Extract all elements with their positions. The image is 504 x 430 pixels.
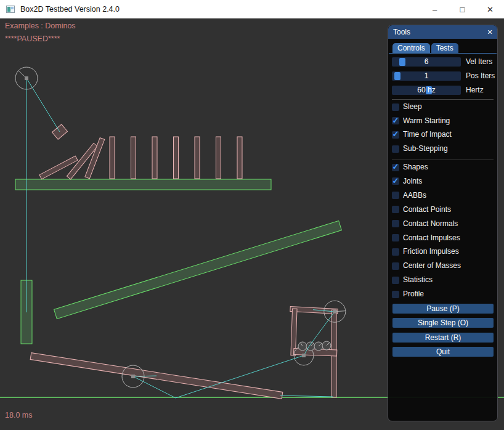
slider-value: 60 hz [392,86,461,95]
dynamic-box[interactable] [237,137,242,179]
unchecked-box[interactable] [392,206,399,213]
unchecked-box[interactable] [392,192,399,199]
button-single-step-o[interactable]: Single Step (O) [392,318,494,328]
panel-titlebar[interactable]: Tools ✕ [388,25,497,39]
joint-anchor [333,310,336,314]
checkbox-profile[interactable]: Profile [392,290,424,298]
slider-track[interactable]: 60 hz [392,86,461,95]
dynamic-box[interactable] [174,137,179,179]
frame-time-label: 18.0 ms [5,411,32,420]
slider-label: Pos Iters [466,71,495,81]
maximize-button[interactable]: □ [449,0,476,18]
checkbox-label: Time of Impact [403,131,452,139]
static-box[interactable] [15,179,271,190]
unchecked-box[interactable] [392,248,399,256]
checkbox-label: Contact Impulses [403,234,460,242]
checkbox-time-of-impact[interactable]: ✓Time of Impact [392,131,452,139]
tools-panel: Tools ✕ ControlsTests 6Vel Iters1Pos Ite… [388,25,498,421]
unchecked-box[interactable] [392,234,399,241]
dynamic-box[interactable] [216,137,221,179]
checkbox-label: Contact Points [403,206,451,214]
check-icon: ✓ [392,163,399,171]
checkbox-statistics[interactable]: Statistics [392,276,433,284]
dynamic-box[interactable] [110,137,115,179]
check-icon: ✓ [392,131,399,138]
checkbox-label: Warm Starting [403,117,450,125]
checkbox-label: Sub-Stepping [403,145,448,153]
panel-title: Tools [393,28,410,36]
dynamic-box[interactable] [131,137,136,179]
checkbox-contact-normals[interactable]: Contact Normals [392,220,458,228]
window-controls: –□✕ [421,0,504,18]
checkbox-label: Joints [403,177,422,185]
button-quit[interactable]: Quit [392,347,494,357]
joint-anchor [302,354,306,357]
window-titlebar: Box2D Testbed Version 2.4.0 –□✕ [0,0,504,18]
window-title: Box2D Testbed Version 2.4.0 [20,5,120,14]
slider-value: 6 [392,57,461,67]
joint-line [26,78,60,132]
minimize-button[interactable]: – [421,0,449,18]
button-pause-p[interactable]: Pause (P) [392,304,494,314]
checkbox-contact-points[interactable]: Contact Points [392,206,451,214]
unchecked-box[interactable] [392,262,399,270]
checkbox-sleep[interactable]: Sleep [392,103,422,111]
slider-label: Hertz [466,86,484,95]
separator [392,99,494,100]
joint-anchor [131,375,135,378]
app-icon [6,6,15,13]
checkbox-contact-impulses[interactable]: Contact Impulses [392,234,460,242]
slider-label: Vel Iters [466,57,492,67]
paused-label: ****PAUSED**** [5,34,60,43]
checkbox-label: Sleep [403,103,422,111]
separator [392,160,494,160]
checkbox-warm-starting[interactable]: ✓Warm Starting [392,117,450,125]
unchecked-box[interactable] [392,220,399,227]
unchecked-box[interactable] [392,103,399,111]
static-box[interactable] [54,221,342,318]
panel-close-icon[interactable]: ✕ [485,27,495,37]
checkbox-label: Contact Normals [403,220,458,228]
checked-box[interactable]: ✓ [392,164,399,171]
joint-line [280,396,333,397]
tab-controls[interactable]: Controls [392,43,430,53]
checkbox-joints[interactable]: ✓Joints [392,177,422,185]
checked-box[interactable]: ✓ [392,131,399,139]
checked-box[interactable]: ✓ [392,177,399,185]
unchecked-box[interactable] [392,145,399,153]
unchecked-box[interactable] [392,291,399,298]
checked-box[interactable]: ✓ [392,117,399,124]
checkbox-label: AABBs [403,192,426,200]
box2d-testbed-window: { "window": { "title": "Box2D Testbed Ve… [0,0,504,430]
checkbox-label: Shapes [403,163,428,171]
check-icon: ✓ [392,117,399,124]
slider-track[interactable]: 1 [392,71,461,81]
check-icon: ✓ [392,177,399,185]
panel-tabbar: ControlsTests [392,43,458,53]
checkbox-sub-stepping[interactable]: Sub-Stepping [392,145,448,153]
tab-tests[interactable]: Tests [431,43,458,53]
dynamic-box[interactable] [152,137,157,179]
close-button[interactable]: ✕ [476,0,504,18]
checkbox-aabbs[interactable]: AABBs [392,192,426,200]
checkbox-label: Profile [403,290,424,298]
checkbox-label: Friction Impulses [403,248,459,256]
checkbox-label: Center of Masses [403,262,461,270]
slider-value: 1 [392,71,461,81]
tabbar-underline [389,53,497,54]
unchecked-box[interactable] [392,277,399,284]
dynamic-box[interactable] [195,137,200,179]
checkbox-center-of-masses[interactable]: Center of Masses [392,262,461,270]
checkbox-shapes[interactable]: ✓Shapes [392,163,428,171]
checkbox-label: Statistics [403,276,433,284]
slider-track[interactable]: 6 [392,57,461,67]
example-label: Examples : Dominos [5,22,76,30]
joint-anchor [25,76,28,80]
checkbox-friction-impulses[interactable]: Friction Impulses [392,248,459,256]
button-restart-r[interactable]: Restart (R) [392,333,494,343]
